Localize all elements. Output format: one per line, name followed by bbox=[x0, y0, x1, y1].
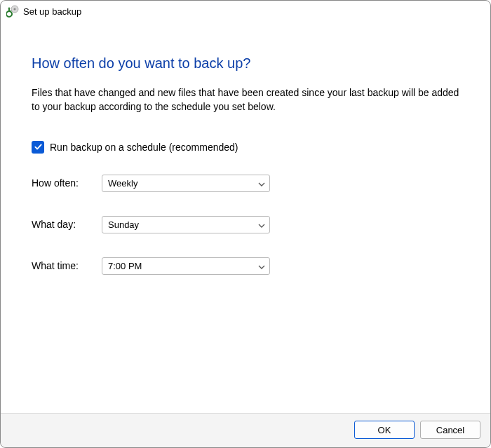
page-heading: How often do you want to back up? bbox=[32, 55, 459, 72]
what-day-value: Sunday bbox=[108, 219, 139, 230]
what-time-select[interactable]: 7:00 PM bbox=[102, 257, 270, 275]
schedule-checkbox-row: Run backup on a schedule (recommended) bbox=[32, 141, 459, 154]
what-time-value: 7:00 PM bbox=[108, 261, 142, 271]
what-day-label: What day: bbox=[32, 219, 102, 230]
dialog-footer: OK Cancel bbox=[1, 413, 490, 447]
window-title: Set up backup bbox=[23, 6, 81, 17]
schedule-checkbox[interactable] bbox=[32, 141, 44, 154]
cancel-button[interactable]: Cancel bbox=[420, 421, 480, 439]
ok-button[interactable]: OK bbox=[354, 421, 415, 439]
content-area: How often do you want to back up? Files … bbox=[1, 20, 490, 413]
what-time-row: What time: 7:00 PM bbox=[32, 257, 459, 275]
page-description: Files that have changed and new files th… bbox=[32, 86, 459, 114]
chevron-down-icon bbox=[258, 179, 265, 186]
what-day-row: What day: Sunday bbox=[32, 216, 459, 233]
schedule-checkbox-label: Run backup on a schedule (recommended) bbox=[50, 142, 238, 153]
what-time-label: What time: bbox=[32, 260, 102, 271]
how-often-row: How often: Weekly bbox=[32, 175, 459, 192]
svg-point-1 bbox=[13, 8, 15, 10]
how-often-label: How often: bbox=[32, 177, 102, 189]
titlebar: Set up backup bbox=[1, 1, 490, 20]
how-often-select[interactable]: Weekly bbox=[102, 175, 270, 192]
chevron-down-icon bbox=[258, 221, 265, 228]
dialog-window: Set up backup How often do you want to b… bbox=[0, 0, 491, 448]
chevron-down-icon bbox=[258, 262, 265, 269]
backup-icon bbox=[6, 5, 19, 18]
what-day-select[interactable]: Sunday bbox=[102, 216, 270, 233]
how-often-value: Weekly bbox=[108, 178, 137, 189]
